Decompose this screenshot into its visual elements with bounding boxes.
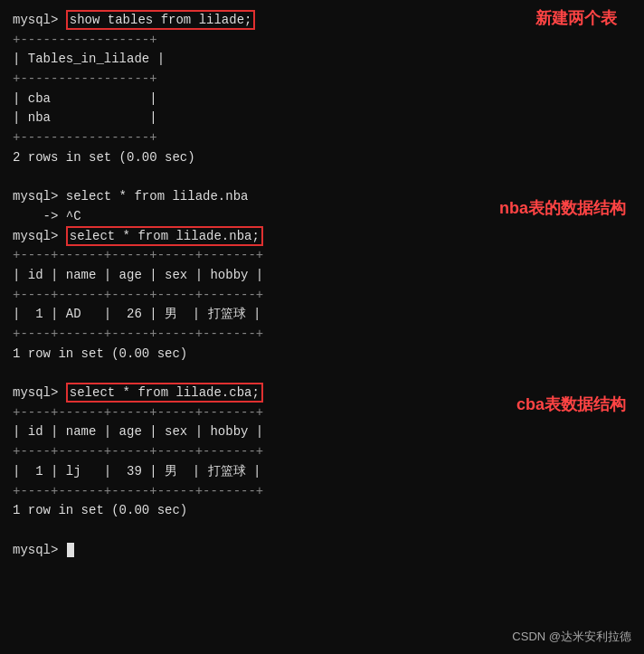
annotation-cba-structure: cba表数据结构 (516, 393, 626, 415)
annotation-nba-structure: nba表的数据结构 (499, 197, 626, 219)
line-6: | nba | (13, 109, 631, 128)
watermark: CSDN @达米安利拉德 (512, 629, 631, 645)
line-2: +-----------------+ (13, 31, 631, 51)
terminal-container: mysql> show tables from lilade; +-------… (13, 11, 631, 560)
cursor-blink (67, 543, 74, 557)
line-7: +-----------------+ (13, 128, 631, 148)
final-prompt: mysql> (13, 541, 631, 561)
nba-border-2: +----+------+-----+-----+-------+ (13, 286, 631, 306)
nba-header: | id | name | age | sex | hobby | (13, 266, 631, 286)
cmd-cba: select * from lilade.cba; (66, 383, 263, 403)
line-8: 2 rows in set (0.00 sec) (13, 148, 631, 168)
nba-row-1: | 1 | AD | 26 | 男 | 打篮球 | (13, 305, 631, 325)
cmd-1: show tables from lilade; (66, 10, 256, 30)
line-nba-cmd: mysql> select * from lilade.nba; (13, 227, 631, 247)
cba-header: | id | name | age | sex | hobby | (13, 422, 631, 442)
blank-1 (13, 168, 631, 188)
blank-3 (13, 521, 631, 541)
annotation-new-tables: 新建两个表 (535, 7, 617, 29)
nba-border-1: +----+------+-----+-----+-------+ (13, 246, 631, 266)
cba-border-3: +----+------+-----+-----+-------+ (13, 482, 631, 502)
nba-border-3: +----+------+-----+-----+-------+ (13, 325, 631, 345)
cba-row-1: | 1 | lj | 39 | 男 | 打篮球 | (13, 462, 631, 482)
prompt-nba: mysql> (13, 229, 66, 243)
cba-result: 1 row in set (0.00 sec) (13, 501, 631, 521)
nba-result: 1 row in set (0.00 sec) (13, 345, 631, 365)
line-5: | cba | (13, 90, 631, 109)
line-3: | Tables_in_lilade | (13, 50, 631, 70)
cba-border-2: +----+------+-----+-----+-------+ (13, 442, 631, 462)
prompt-cba: mysql> (13, 385, 66, 400)
prompt-1: mysql> (13, 13, 66, 27)
line-4: +-----------------+ (13, 70, 631, 90)
blank-2 (13, 364, 631, 384)
cmd-nba: select * from lilade.nba; (66, 226, 263, 246)
